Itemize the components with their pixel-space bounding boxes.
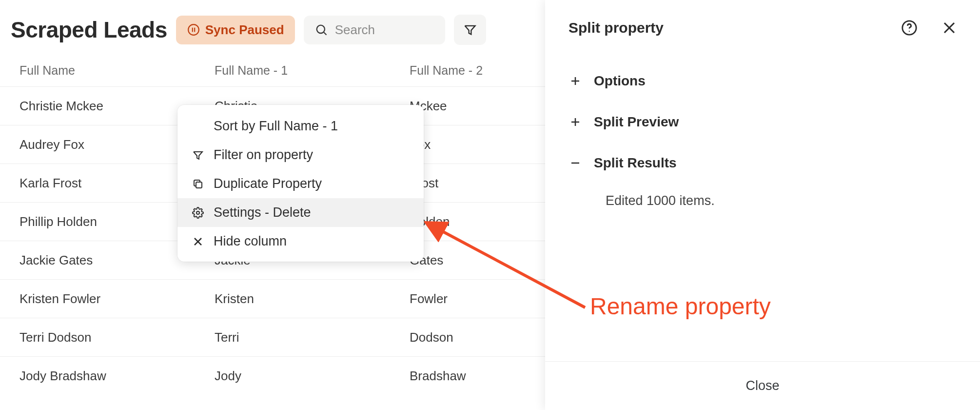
search-box[interactable] [304, 16, 445, 44]
panel-sections: Options Split Preview Split Results Edit… [545, 41, 980, 208]
cell: Kristen Fowler [0, 291, 195, 307]
duplicate-icon [191, 178, 205, 190]
table-row[interactable]: Jody Bradshaw Jody Bradshaw [0, 357, 545, 395]
plus-icon [568, 75, 582, 87]
sync-status-badge[interactable]: Sync Paused [176, 16, 295, 44]
cell: Bradshaw [390, 369, 545, 384]
cell: Jody Bradshaw [0, 369, 195, 384]
table-row[interactable]: Kristen Fowler Kristen Fowler [0, 280, 545, 318]
section-options-label: Options [594, 73, 646, 89]
table-row[interactable]: Terri Dodson Terri Dodson [0, 318, 545, 357]
section-results-label: Split Results [594, 155, 677, 171]
side-panel-header: Split property [545, 0, 980, 41]
side-panel-title: Split property [568, 20, 664, 36]
sync-status-label: Sync Paused [205, 22, 284, 38]
cell: Kristen [195, 291, 390, 307]
svg-point-6 [196, 211, 199, 214]
close-button-label: Close [745, 378, 779, 393]
cell: Phillip Holden [0, 214, 195, 229]
filter-button[interactable] [454, 15, 486, 45]
cell: Audrey Fox [0, 137, 195, 152]
close-button[interactable]: Close [545, 361, 980, 410]
filter-icon [191, 149, 205, 161]
section-options[interactable]: Options [568, 61, 957, 102]
close-icon [191, 236, 205, 247]
header-row: Scraped Leads Sync Paused [0, 0, 545, 55]
menu-settings-delete[interactable]: Settings - Delete [177, 198, 424, 227]
cell: Terri [195, 330, 390, 345]
cell: Jackie Gates [0, 253, 195, 268]
svg-point-10 [909, 31, 910, 32]
menu-sort[interactable]: Sort by Full Name - 1 [177, 112, 424, 141]
menu-hide-column[interactable]: Hide column [177, 227, 424, 256]
section-preview-label: Split Preview [594, 114, 679, 130]
minus-icon [568, 157, 582, 169]
svg-point-0 [188, 24, 199, 35]
svg-rect-5 [196, 182, 202, 188]
annotation-text: Rename property [590, 293, 771, 320]
search-input[interactable] [335, 22, 434, 38]
cell: Dodson [390, 330, 545, 345]
gear-icon [191, 207, 205, 219]
section-results[interactable]: Split Results [568, 143, 957, 184]
menu-settings-label: Settings - Delete [214, 205, 311, 220]
cell: Jody [195, 369, 390, 384]
section-preview[interactable]: Split Preview [568, 102, 957, 143]
filter-icon [463, 23, 477, 37]
menu-duplicate-label: Duplicate Property [214, 176, 322, 191]
menu-filter[interactable]: Filter on property [177, 141, 424, 169]
help-icon[interactable] [901, 20, 918, 36]
page-title: Scraped Leads [11, 17, 167, 43]
column-context-menu: Sort by Full Name - 1 Filter on property… [177, 105, 424, 262]
cell: Christie Mckee [0, 99, 195, 114]
menu-filter-label: Filter on property [214, 147, 313, 163]
table-headers: Full Name Full Name - 1 Full Name - 2 [0, 55, 545, 87]
pause-icon [187, 23, 200, 36]
cell: Terri Dodson [0, 330, 195, 345]
search-icon [314, 23, 328, 37]
cell: Fowler [390, 291, 545, 307]
main-area: Scraped Leads Sync Paused [0, 0, 545, 410]
menu-sort-label: Sort by Full Name - 1 [214, 119, 338, 134]
svg-point-3 [316, 25, 324, 33]
column-header-full-name-2[interactable]: Full Name - 2 [390, 63, 545, 78]
menu-duplicate[interactable]: Duplicate Property [177, 169, 424, 198]
column-header-full-name-1[interactable]: Full Name - 1 [195, 63, 390, 78]
status-text: Edited 1000 items. [568, 184, 957, 208]
svg-line-4 [324, 32, 326, 35]
column-header-full-name[interactable]: Full Name [0, 63, 195, 78]
close-icon[interactable] [942, 20, 957, 35]
plus-icon [568, 116, 582, 128]
cell: Karla Frost [0, 176, 195, 191]
menu-hide-label: Hide column [214, 234, 287, 249]
side-panel: Split property [545, 0, 980, 410]
